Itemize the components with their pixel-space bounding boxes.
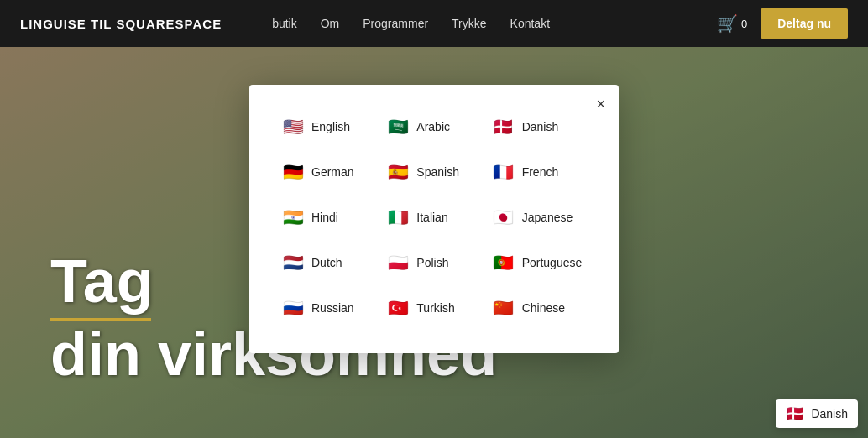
lang-flag-russian: 🇷🇺: [281, 296, 305, 320]
lang-item-arabic[interactable]: 🇸🇦Arabic: [381, 108, 486, 145]
lang-flag-dutch: 🇳🇱: [281, 251, 305, 274]
lang-flag-german: 🇩🇪: [281, 160, 305, 184]
lang-flag-hindi: 🇮🇳: [281, 206, 305, 229]
lang-item-dutch[interactable]: 🇳🇱Dutch: [276, 244, 381, 281]
lang-flag-italian: 🇮🇹: [386, 206, 410, 229]
lang-label-danish: Danish: [522, 120, 559, 133]
language-modal: × 🇺🇸English🇸🇦Arabic🇩🇰Danish🇩🇪German🇪🇸Spa…: [249, 85, 619, 353]
lang-item-portuguese[interactable]: 🇵🇹Portuguese: [487, 244, 592, 281]
lang-flag-polish: 🇵🇱: [386, 251, 410, 274]
lang-label-english: English: [311, 120, 350, 133]
lang-item-chinese[interactable]: 🇨🇳Chinese: [487, 289, 592, 326]
lang-flag-english: 🇺🇸: [281, 115, 305, 138]
lang-item-danish[interactable]: 🇩🇰Danish: [487, 108, 592, 145]
lang-label-hindi: Hindi: [311, 211, 338, 224]
modal-close-button[interactable]: ×: [596, 96, 605, 112]
lang-item-english[interactable]: 🇺🇸English: [276, 108, 381, 145]
lang-label-spanish: Spanish: [416, 165, 459, 179]
lang-flag-japanese: 🇯🇵: [492, 206, 515, 229]
lang-item-turkish[interactable]: 🇹🇷Turkish: [381, 289, 486, 326]
lang-label-japanese: Japanese: [522, 211, 573, 224]
lang-item-spanish[interactable]: 🇪🇸Spanish: [381, 154, 486, 190]
lang-flag-turkish: 🇹🇷: [386, 296, 410, 320]
lang-label-arabic: Arabic: [416, 120, 450, 133]
lang-item-french[interactable]: 🇫🇷French: [487, 154, 592, 190]
lang-label-portuguese: Portuguese: [522, 256, 583, 269]
lang-flag-spanish: 🇪🇸: [386, 160, 410, 184]
modal-overlay: × 🇺🇸English🇸🇦Arabic🇩🇰Danish🇩🇪German🇪🇸Spa…: [0, 0, 868, 438]
lang-item-german[interactable]: 🇩🇪German: [276, 154, 381, 190]
lang-item-polish[interactable]: 🇵🇱Polish: [381, 244, 486, 281]
lang-flag-arabic: 🇸🇦: [386, 115, 410, 138]
lang-flag-chinese: 🇨🇳: [492, 296, 515, 320]
lang-label-german: German: [311, 165, 354, 179]
lang-item-italian[interactable]: 🇮🇹Italian: [381, 199, 486, 236]
lang-label-russian: Russian: [311, 301, 354, 315]
lang-flag-french: 🇫🇷: [492, 160, 515, 184]
lang-flag-portuguese: 🇵🇹: [492, 251, 515, 274]
lang-flag-danish: 🇩🇰: [492, 115, 515, 138]
lang-item-japanese[interactable]: 🇯🇵Japanese: [487, 199, 592, 236]
lang-item-russian[interactable]: 🇷🇺Russian: [276, 289, 381, 326]
lang-label-italian: Italian: [416, 211, 447, 224]
lang-label-chinese: Chinese: [522, 301, 565, 315]
lang-label-french: French: [522, 165, 559, 179]
lang-item-hindi[interactable]: 🇮🇳Hindi: [276, 199, 381, 236]
lang-label-polish: Polish: [416, 256, 448, 269]
lang-label-dutch: Dutch: [311, 256, 342, 269]
language-grid: 🇺🇸English🇸🇦Arabic🇩🇰Danish🇩🇪German🇪🇸Spani…: [276, 108, 592, 326]
lang-label-turkish: Turkish: [416, 301, 454, 315]
